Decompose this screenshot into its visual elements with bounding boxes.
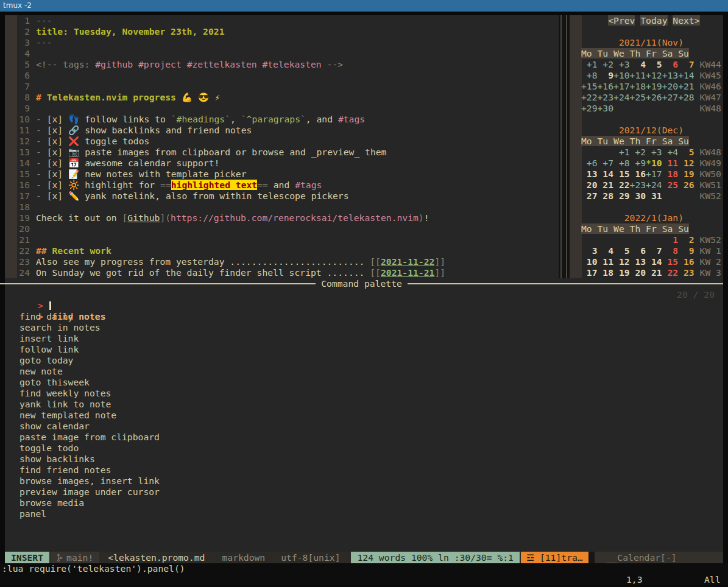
text-segment [635, 15, 640, 26]
scroll-position: All [704, 574, 721, 585]
prev-button[interactable]: <Prev [608, 15, 635, 26]
calendar-week-number: KW45 [700, 70, 721, 80]
calendar-today-marker[interactable]: * [646, 158, 651, 168]
tag-link[interactable]: #zettelkasten [187, 59, 257, 69]
today-button[interactable]: Today [640, 15, 667, 26]
calendar-days[interactable]: +8 [581, 70, 598, 80]
command-line[interactable]: :lua require('telekasten').panel() [0, 563, 728, 574]
palette-item[interactable]: goto today [0, 355, 728, 366]
calendar-days[interactable]: 26 [678, 180, 694, 190]
calendar-days[interactable]: +1 +2 +3 +4 [613, 147, 678, 157]
calendar-days[interactable]: +6 +7 +8 +9 [581, 158, 646, 168]
palette-item[interactable]: show calendar [0, 421, 728, 432]
palette-item[interactable]: find daily notes [0, 311, 728, 322]
calendar-row: 2022/1(Jan) [581, 213, 721, 223]
line-number: 13 [17, 147, 30, 158]
whitespace-warning-badge: ☲ [11]tra… [521, 552, 588, 563]
calendar-days[interactable]: +29+30 [581, 103, 613, 113]
wiki-link[interactable]: 2021-11-21 [381, 267, 434, 278]
calendar-day-today[interactable]: 10 [651, 158, 662, 168]
calendar-days[interactable]: 1 [662, 234, 679, 245]
editor-line: 2title: Tuesday, November 23th, 2021 [17, 26, 445, 37]
calendar-days[interactable]: 11 [662, 158, 679, 168]
calendar-days[interactable]: +15+16+17+18+19+20+21 [581, 81, 694, 91]
text-segment: , [230, 114, 241, 124]
palette-item[interactable]: show backlinks [0, 454, 728, 465]
calendar-days[interactable]: 7 [678, 59, 694, 69]
calendar-days[interactable]: +17 [646, 169, 662, 179]
calendar-days[interactable]: 9 [678, 245, 694, 256]
text-segment: them [359, 147, 386, 157]
palette-item[interactable]: new templated note [0, 410, 728, 421]
tag-link[interactable]: #tags [338, 114, 365, 124]
calendar-days[interactable]: 23 [678, 267, 694, 278]
palette-prompt-input[interactable]: > 20 / 20 [0, 289, 728, 300]
calendar-days[interactable]: +1 +2 +3 [581, 59, 630, 69]
result-counter: 20 / 20 [677, 289, 715, 300]
palette-item[interactable]: browse media [0, 497, 728, 508]
calendar-days[interactable]: 22 [662, 267, 679, 278]
text-segment [581, 15, 608, 26]
git-branch-label: main! [66, 552, 93, 563]
palette-item[interactable]: preview image under cursor [0, 487, 728, 497]
editor-line: 24On Sunday we got rid of the daily find… [17, 267, 445, 278]
palette-item-selected[interactable]: >find notes [0, 300, 728, 311]
text-segment: ....... [327, 267, 365, 278]
tag-link[interactable]: #github [95, 59, 133, 69]
text-segment: [ [122, 213, 127, 223]
calendar-days[interactable]: 19 [678, 169, 694, 179]
calendar-days[interactable]: 25 [662, 180, 679, 190]
calendar-days[interactable]: +23+24 [630, 180, 662, 190]
calendar-days[interactable]: +22+23+24+25+26+27+28 [581, 92, 694, 102]
calendar-days[interactable]: 3 4 5 6 7 [581, 245, 662, 256]
calendar-days[interactable]: 8 [662, 245, 679, 256]
url-link[interactable]: https://github.com/renerocksai/telekaste… [171, 213, 419, 223]
palette-item[interactable]: new note [0, 366, 728, 377]
tag-link[interactable]: #tags [295, 180, 322, 190]
text-segment: ]( [160, 213, 171, 223]
calendar-days[interactable]: 16 [678, 256, 694, 267]
calendar-days[interactable]: 27 28 29 30 31 [581, 191, 662, 201]
palette-item[interactable]: find friend notes [0, 465, 728, 476]
wiki-link[interactable]: 2021-11-22 [381, 256, 434, 267]
text-segment: ......................... [230, 256, 364, 267]
palette-item[interactable]: paste image from clipboard [0, 432, 728, 443]
calendar-days[interactable]: 5 [678, 147, 694, 157]
calendar-days[interactable]: 9 [598, 70, 614, 80]
editor-line: 7 [17, 81, 445, 92]
text-segment [581, 125, 619, 135]
calendar-days[interactable]: 18 [662, 169, 679, 179]
calendar-days[interactable]: +10+11+12+13+14 [613, 70, 694, 80]
palette-title: Command palette [316, 278, 408, 289]
calendar-week-number: KW44 [700, 59, 721, 69]
text-segment: ) [419, 213, 424, 223]
palette-item[interactable]: browse images, insert link [0, 476, 728, 487]
terminal-screen: tmux -2 1---2title: Tuesday, November 23… [0, 0, 728, 587]
palette-item[interactable]: panel [0, 508, 728, 519]
calendar-days[interactable]: 6 [662, 59, 679, 69]
palette-item[interactable]: insert link [0, 333, 728, 344]
calendar-days[interactable]: 10 11 12 13 14 [581, 256, 662, 267]
palette-item[interactable]: search in notes [0, 322, 728, 333]
tag-link[interactable]: #project [138, 59, 182, 69]
text-segment [694, 245, 700, 256]
calendar-days[interactable]: 15 [662, 256, 679, 267]
tag-link[interactable]: #telekasten [262, 59, 321, 69]
text-segment [694, 158, 700, 168]
calendar-days[interactable]: 4 5 [630, 59, 662, 69]
palette-item[interactable]: find weekly notes [0, 388, 728, 399]
palette-item[interactable]: follow link [0, 344, 728, 355]
github-link[interactable]: Github [127, 213, 160, 223]
palette-item[interactable]: goto thisweek [0, 377, 728, 388]
calendar-days[interactable]: 13 14 15 16 [581, 169, 646, 179]
calendar-days[interactable]: 17 18 19 20 21 [581, 267, 662, 278]
calendar-days[interactable]: 12 [678, 158, 694, 168]
next-button[interactable]: Next> [673, 15, 699, 26]
palette-item[interactable]: yank link to note [0, 399, 728, 410]
palette-item[interactable]: toggle todo [0, 443, 728, 454]
calendar-days[interactable]: 20 21 22 [581, 180, 630, 190]
calendar-days[interactable]: 2 [678, 234, 694, 245]
ruler-position: 1,3 [626, 574, 643, 585]
editor-line: 19Check it out on [Github](https://githu… [17, 213, 445, 223]
text-segment: follow links to [79, 114, 171, 124]
